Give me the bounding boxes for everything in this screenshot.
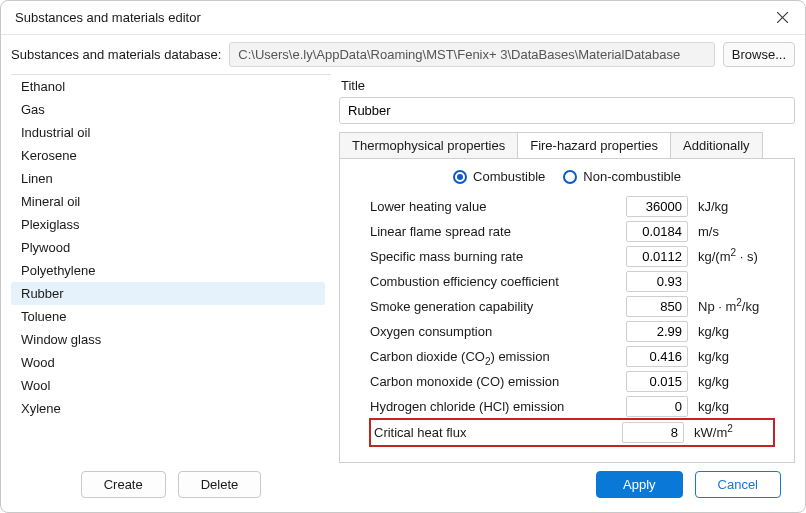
property-row: Lower heating valuekJ/kg xyxy=(370,194,774,219)
radio-on-icon xyxy=(453,170,467,184)
window-title: Substances and materials editor xyxy=(15,10,759,25)
left-panel: EthanolGasIndustrial oilKeroseneLinenMin… xyxy=(11,74,331,512)
tab[interactable]: Additionally xyxy=(670,132,763,158)
editor-window: Substances and materials editor Substanc… xyxy=(0,0,806,513)
list-item[interactable]: Rubber xyxy=(11,282,325,305)
list-item[interactable]: Wool xyxy=(11,374,325,397)
browse-button[interactable]: Browse... xyxy=(723,42,795,67)
property-input[interactable] xyxy=(626,371,688,392)
radio-combustible[interactable]: Combustible xyxy=(453,169,545,184)
close-icon xyxy=(777,12,788,23)
combustible-radio-group: Combustible Non-combustible xyxy=(340,159,794,190)
titlebar: Substances and materials editor xyxy=(1,1,805,35)
property-label: Specific mass burning rate xyxy=(370,249,616,264)
property-input[interactable] xyxy=(626,396,688,417)
property-input[interactable] xyxy=(626,296,688,317)
property-unit: m/s xyxy=(698,224,774,239)
property-row: Carbon dioxide (CO2) emissionkg/kg xyxy=(370,344,774,369)
content-area: EthanolGasIndustrial oilKeroseneLinenMin… xyxy=(1,74,805,512)
radio-combustible-label: Combustible xyxy=(473,169,545,184)
property-label: Critical heat flux xyxy=(374,425,612,440)
property-input[interactable] xyxy=(622,422,684,443)
property-row: Critical heat fluxkW/m2 xyxy=(370,419,774,446)
properties-list: Lower heating valuekJ/kgLinear flame spr… xyxy=(340,190,794,462)
property-unit: kW/m2 xyxy=(694,425,770,440)
property-label: Combustion efficiency coefficient xyxy=(370,274,616,289)
property-label: Oxygen consumption xyxy=(370,324,616,339)
property-row: Smoke generation capabilityNp · m2/kg xyxy=(370,294,774,319)
apply-button[interactable]: Apply xyxy=(596,471,683,498)
title-field-label: Title xyxy=(339,74,795,97)
title-input[interactable] xyxy=(339,97,795,124)
property-input[interactable] xyxy=(626,221,688,242)
property-label: Smoke generation capability xyxy=(370,299,616,314)
list-item[interactable]: Wood xyxy=(11,351,325,374)
property-unit: kJ/kg xyxy=(698,199,774,214)
footer-buttons: Apply Cancel xyxy=(339,463,795,512)
delete-button[interactable]: Delete xyxy=(178,471,262,498)
property-row: Combustion efficiency coefficient xyxy=(370,269,774,294)
property-unit: kg/kg xyxy=(698,399,774,414)
close-button[interactable] xyxy=(759,1,805,35)
property-input[interactable] xyxy=(626,246,688,267)
radio-noncombustible[interactable]: Non-combustible xyxy=(563,169,681,184)
list-item[interactable]: Ethanol xyxy=(11,75,325,98)
right-panel: Title Thermophysical propertiesFire-haza… xyxy=(339,74,795,512)
property-unit: kg/(m2 · s) xyxy=(698,249,774,264)
list-item[interactable]: Industrial oil xyxy=(11,121,325,144)
property-label: Carbon dioxide (CO2) emission xyxy=(370,349,616,364)
database-path-field[interactable]: C:\Users\e.ly\AppData\Roaming\MST\Fenix+… xyxy=(229,42,715,67)
property-label: Lower heating value xyxy=(370,199,616,214)
property-row: Carbon monoxide (CO) emissionkg/kg xyxy=(370,369,774,394)
property-row: Specific mass burning ratekg/(m2 · s) xyxy=(370,244,774,269)
property-input[interactable] xyxy=(626,196,688,217)
list-item[interactable]: Plywood xyxy=(11,236,325,259)
list-item[interactable]: Linen xyxy=(11,167,325,190)
list-item[interactable]: Kerosene xyxy=(11,144,325,167)
property-unit: kg/kg xyxy=(698,374,774,389)
property-unit: kg/kg xyxy=(698,349,774,364)
list-item[interactable]: Xylene xyxy=(11,397,325,420)
list-item[interactable]: Toluene xyxy=(11,305,325,328)
property-row: Linear flame spread ratem/s xyxy=(370,219,774,244)
create-button[interactable]: Create xyxy=(81,471,166,498)
materials-list[interactable]: EthanolGasIndustrial oilKeroseneLinenMin… xyxy=(11,75,331,459)
property-label: Linear flame spread rate xyxy=(370,224,616,239)
property-label: Carbon monoxide (CO) emission xyxy=(370,374,616,389)
radio-noncombustible-label: Non-combustible xyxy=(583,169,681,184)
materials-list-container: EthanolGasIndustrial oilKeroseneLinenMin… xyxy=(11,74,331,459)
tab[interactable]: Fire-hazard properties xyxy=(517,132,671,158)
property-label: Hydrogen chloride (HCl) emission xyxy=(370,399,616,414)
property-unit: Np · m2/kg xyxy=(698,299,774,314)
list-item[interactable]: Polyethylene xyxy=(11,259,325,282)
database-label: Substances and materials database: xyxy=(11,47,221,62)
tab-body: Combustible Non-combustible Lower heatin… xyxy=(339,158,795,463)
property-row: Oxygen consumptionkg/kg xyxy=(370,319,774,344)
database-bar: Substances and materials database: C:\Us… xyxy=(1,35,805,74)
tabs-container: Thermophysical propertiesFire-hazard pro… xyxy=(339,132,795,463)
tab[interactable]: Thermophysical properties xyxy=(339,132,518,158)
list-item[interactable]: Plexiglass xyxy=(11,213,325,236)
property-input[interactable] xyxy=(626,346,688,367)
cancel-button[interactable]: Cancel xyxy=(695,471,781,498)
left-buttons: Create Delete xyxy=(11,459,331,512)
property-row: Hydrogen chloride (HCl) emissionkg/kg xyxy=(370,394,774,419)
tabs: Thermophysical propertiesFire-hazard pro… xyxy=(339,132,795,158)
property-input[interactable] xyxy=(626,271,688,292)
list-item[interactable]: Gas xyxy=(11,98,325,121)
radio-off-icon xyxy=(563,170,577,184)
list-item[interactable]: Mineral oil xyxy=(11,190,325,213)
property-input[interactable] xyxy=(626,321,688,342)
list-item[interactable]: Window glass xyxy=(11,328,325,351)
property-unit: kg/kg xyxy=(698,324,774,339)
